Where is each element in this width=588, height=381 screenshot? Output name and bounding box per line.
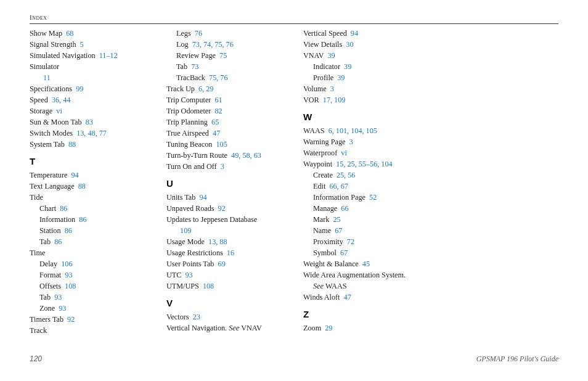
page-reference-link[interactable]: 5: [80, 40, 84, 49]
page-reference-link[interactable]: 94: [71, 171, 79, 179]
page-reference-link[interactable]: 17, 109: [323, 96, 346, 104]
page-reference-link[interactable]: 3: [349, 137, 353, 146]
page-reference-link[interactable]: 75, 76: [209, 73, 227, 82]
page-reference-link[interactable]: 66, 67: [329, 182, 348, 190]
page-reference-link[interactable]: 67: [340, 248, 348, 257]
page-reference-link[interactable]: 23: [193, 313, 200, 321]
page-reference-link[interactable]: 72: [347, 237, 354, 246]
page-reference-link[interactable]: 3: [330, 84, 334, 93]
page-reference-link[interactable]: 93: [54, 293, 62, 301]
page-reference-link[interactable]: 105: [216, 140, 227, 149]
entry-term: Offsets: [39, 282, 61, 290]
entry-term: Review Page: [176, 51, 216, 60]
entry-term: Waypoint: [303, 160, 332, 168]
index-subentry: Legs 76: [176, 28, 285, 39]
page-reference-link[interactable]: 108: [203, 282, 214, 290]
index-entry: Winds Aloft 47: [303, 292, 422, 303]
page-reference-link[interactable]: 39: [344, 62, 351, 71]
page-reference-link[interactable]: 3: [221, 162, 224, 171]
page-reference-link[interactable]: 11: [43, 73, 51, 82]
page-reference-link[interactable]: 29: [325, 324, 332, 332]
page-reference-link[interactable]: 88: [78, 182, 86, 190]
index-entry: Volume 3: [303, 83, 422, 94]
entry-term: Timers Tab: [30, 315, 63, 324]
page-reference-link[interactable]: 13, 88: [208, 237, 227, 246]
see-target: VNAV: [241, 324, 262, 332]
page-reference-link[interactable]: 66: [341, 204, 348, 213]
entry-term: Winds Aloft: [303, 293, 340, 301]
page-reference-link[interactable]: 47: [344, 293, 351, 301]
page-reference-link[interactable]: 68: [66, 29, 73, 38]
page-reference-link[interactable]: 39: [328, 51, 335, 60]
page-reference-link[interactable]: 73: [191, 62, 198, 71]
index-entry: UTM/UPS 108: [166, 281, 285, 292]
index-entry: View Details 30: [303, 39, 422, 50]
page-reference-link[interactable]: 86: [60, 204, 67, 213]
page-reference-link[interactable]: 93: [185, 271, 192, 279]
page-reference-link[interactable]: 25: [333, 215, 341, 224]
page-reference-link[interactable]: 15, 25, 55–56, 104: [336, 160, 392, 168]
header-rule: [30, 23, 558, 24]
page-reference-link[interactable]: 106: [61, 260, 72, 268]
page-reference-link[interactable]: vi: [341, 149, 346, 157]
page-reference-link[interactable]: 61: [214, 96, 222, 104]
page-reference-link[interactable]: 52: [369, 193, 377, 202]
page-reference-link[interactable]: 93: [59, 304, 66, 313]
entry-term: Tide: [30, 193, 43, 202]
page-reference-link[interactable]: 6, 29: [198, 84, 213, 93]
entry-term: Trip Odometer: [166, 107, 211, 115]
entry-term: Tuning Beacon: [166, 140, 212, 149]
page-reference-link[interactable]: 25, 56: [337, 171, 355, 179]
page-reference-link[interactable]: 13, 48, 77: [76, 129, 107, 137]
page-reference-link[interactable]: 99: [76, 84, 83, 93]
page-reference-link[interactable]: 39: [337, 73, 345, 82]
page-reference-link[interactable]: vi: [56, 107, 62, 115]
page-reference-link[interactable]: 76: [195, 29, 202, 38]
entry-term: Profile: [313, 73, 333, 82]
page-reference-link[interactable]: 86: [54, 237, 62, 246]
page-reference-link[interactable]: 67: [335, 226, 342, 235]
page-reference-link[interactable]: 6, 101, 104, 105: [329, 126, 377, 135]
index-entry: VNAV 39: [303, 50, 422, 61]
page-reference-link[interactable]: 45: [362, 260, 370, 268]
page-reference-link[interactable]: 109: [180, 226, 191, 235]
page-reference-link[interactable]: 11–12: [99, 51, 118, 60]
index-entry: Zoom 29: [303, 322, 422, 334]
page-reference-link[interactable]: 49, 58, 63: [231, 151, 261, 160]
page-reference-link[interactable]: 108: [65, 282, 76, 290]
index-entry: Usage Restrictions 16: [166, 247, 285, 258]
entry-term: VOR: [303, 96, 319, 104]
entry-term: Legs: [176, 29, 191, 38]
page-reference-link[interactable]: 30: [346, 40, 353, 49]
page-reference-link[interactable]: 69: [218, 260, 226, 268]
page-reference-link[interactable]: 92: [67, 315, 75, 324]
page-reference-link[interactable]: 94: [199, 193, 206, 202]
page-reference-link[interactable]: 75: [219, 51, 227, 60]
page-reference-link[interactable]: 36, 44: [52, 96, 70, 104]
entry-term: Volume: [303, 84, 327, 93]
entry-term: Signal Strength: [30, 40, 76, 49]
entry-term: Vertical Navigation.: [166, 324, 229, 332]
entry-term: Text Language: [30, 182, 75, 190]
page-reference-link[interactable]: 93: [65, 271, 72, 279]
page-reference-link[interactable]: 83: [86, 118, 93, 126]
page-reference-link[interactable]: 88: [68, 140, 76, 149]
index-entry: Simulated Navigation 11–12: [30, 50, 148, 61]
entry-term: TracBack: [176, 73, 205, 82]
index-entry: Usage Mode 13, 88: [166, 236, 285, 247]
page-reference-link[interactable]: 16: [227, 248, 234, 257]
page-reference-link[interactable]: 94: [351, 29, 358, 38]
entry-term: Log: [176, 40, 189, 49]
page-reference-link[interactable]: 86: [65, 226, 72, 235]
entry-term: Wide Area Augmentation System.: [303, 271, 406, 279]
page-reference-link[interactable]: 73, 74, 75, 76: [192, 40, 234, 49]
entry-term: Zone: [39, 304, 55, 313]
page-reference-link[interactable]: 82: [214, 107, 222, 115]
entry-term: UTM/UPS: [166, 282, 199, 290]
page-reference-link[interactable]: 65: [211, 118, 219, 126]
index-entry: Temperature 94: [30, 170, 148, 181]
page-reference-link[interactable]: 86: [79, 215, 86, 224]
index-entry: System Tab 88: [30, 139, 148, 150]
page-reference-link[interactable]: 47: [213, 129, 220, 137]
page-reference-link[interactable]: 92: [218, 204, 226, 213]
